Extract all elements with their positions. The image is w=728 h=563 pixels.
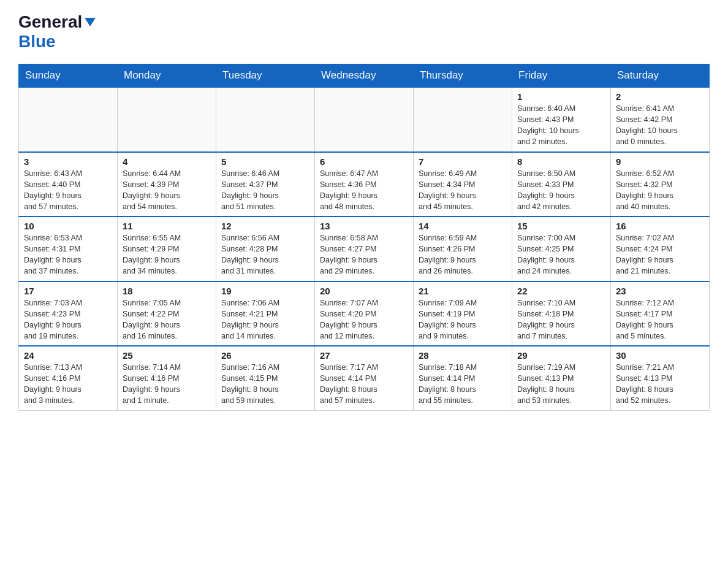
day-info: Sunrise: 6:46 AMSunset: 4:37 PMDaylight:… <box>221 168 309 213</box>
day-number: 24 <box>24 350 112 361</box>
day-info: Sunrise: 7:10 AMSunset: 4:18 PMDaylight:… <box>517 297 605 342</box>
day-info: Sunrise: 7:16 AMSunset: 4:15 PMDaylight:… <box>221 362 309 407</box>
day-info: Sunrise: 7:12 AMSunset: 4:17 PMDaylight:… <box>616 297 704 342</box>
calendar-cell <box>315 87 414 152</box>
day-number: 5 <box>221 156 309 167</box>
logo-general-text: General <box>18 12 82 32</box>
week-row: 24Sunrise: 7:13 AMSunset: 4:16 PMDayligh… <box>19 346 710 410</box>
day-info: Sunrise: 7:18 AMSunset: 4:14 PMDaylight:… <box>419 362 507 407</box>
day-number: 30 <box>616 350 704 361</box>
day-info: Sunrise: 6:40 AMSunset: 4:43 PMDaylight:… <box>517 103 605 148</box>
calendar-cell: 1Sunrise: 6:40 AMSunset: 4:43 PMDaylight… <box>512 87 611 152</box>
day-info: Sunrise: 6:47 AMSunset: 4:36 PMDaylight:… <box>320 168 408 213</box>
calendar-cell: 16Sunrise: 7:02 AMSunset: 4:24 PMDayligh… <box>611 216 710 282</box>
day-info: Sunrise: 7:07 AMSunset: 4:20 PMDaylight:… <box>320 297 408 342</box>
day-info: Sunrise: 7:02 AMSunset: 4:24 PMDaylight:… <box>616 232 704 277</box>
day-info: Sunrise: 6:41 AMSunset: 4:42 PMDaylight:… <box>616 103 704 148</box>
calendar-cell: 8Sunrise: 6:50 AMSunset: 4:33 PMDaylight… <box>512 152 611 217</box>
calendar-cell: 2Sunrise: 6:41 AMSunset: 4:42 PMDaylight… <box>611 87 710 152</box>
day-info: Sunrise: 6:52 AMSunset: 4:32 PMDaylight:… <box>616 168 704 213</box>
weekday-header-tuesday: Tuesday <box>216 64 315 88</box>
day-info: Sunrise: 6:43 AMSunset: 4:40 PMDaylight:… <box>24 168 112 213</box>
day-info: Sunrise: 7:21 AMSunset: 4:13 PMDaylight:… <box>616 362 704 407</box>
calendar-table: SundayMondayTuesdayWednesdayThursdayFrid… <box>18 64 710 411</box>
page-header: General Blue <box>18 12 710 52</box>
day-number: 29 <box>517 350 605 361</box>
day-info: Sunrise: 6:44 AMSunset: 4:39 PMDaylight:… <box>123 168 211 213</box>
calendar-cell: 6Sunrise: 6:47 AMSunset: 4:36 PMDaylight… <box>315 152 414 217</box>
day-number: 3 <box>24 156 112 167</box>
day-info: Sunrise: 7:06 AMSunset: 4:21 PMDaylight:… <box>221 297 309 342</box>
calendar-cell: 19Sunrise: 7:06 AMSunset: 4:21 PMDayligh… <box>216 282 315 347</box>
day-number: 10 <box>24 221 112 231</box>
day-number: 25 <box>123 350 211 361</box>
week-row: 3Sunrise: 6:43 AMSunset: 4:40 PMDaylight… <box>19 152 710 217</box>
day-number: 4 <box>123 156 211 167</box>
day-info: Sunrise: 7:03 AMSunset: 4:23 PMDaylight:… <box>24 297 112 342</box>
calendar-cell: 10Sunrise: 6:53 AMSunset: 4:31 PMDayligh… <box>19 216 118 282</box>
day-info: Sunrise: 7:13 AMSunset: 4:16 PMDaylight:… <box>24 362 112 407</box>
weekday-header-saturday: Saturday <box>611 64 710 88</box>
day-number: 26 <box>221 350 309 361</box>
calendar-cell: 22Sunrise: 7:10 AMSunset: 4:18 PMDayligh… <box>512 282 611 347</box>
calendar-cell: 29Sunrise: 7:19 AMSunset: 4:13 PMDayligh… <box>512 346 611 410</box>
day-number: 7 <box>419 156 507 167</box>
calendar-cell: 26Sunrise: 7:16 AMSunset: 4:15 PMDayligh… <box>216 346 315 410</box>
weekday-header-wednesday: Wednesday <box>315 64 414 88</box>
calendar-cell: 23Sunrise: 7:12 AMSunset: 4:17 PMDayligh… <box>611 282 710 347</box>
day-info: Sunrise: 7:05 AMSunset: 4:22 PMDaylight:… <box>123 297 211 342</box>
day-number: 17 <box>24 286 112 296</box>
weekday-header-friday: Friday <box>512 64 611 88</box>
calendar-cell: 14Sunrise: 6:59 AMSunset: 4:26 PMDayligh… <box>414 216 512 282</box>
calendar-cell <box>414 87 512 152</box>
day-number: 22 <box>517 286 605 296</box>
day-info: Sunrise: 7:19 AMSunset: 4:13 PMDaylight:… <box>517 362 605 407</box>
calendar-cell: 20Sunrise: 7:07 AMSunset: 4:20 PMDayligh… <box>315 282 414 347</box>
day-number: 9 <box>616 156 704 167</box>
calendar-cell <box>19 87 118 152</box>
calendar-cell: 4Sunrise: 6:44 AMSunset: 4:39 PMDaylight… <box>118 152 216 217</box>
day-number: 12 <box>221 221 309 231</box>
weekday-header-row: SundayMondayTuesdayWednesdayThursdayFrid… <box>19 64 710 88</box>
day-number: 18 <box>123 286 211 296</box>
day-info: Sunrise: 6:55 AMSunset: 4:29 PMDaylight:… <box>123 232 211 277</box>
day-number: 21 <box>419 286 507 296</box>
week-row: 1Sunrise: 6:40 AMSunset: 4:43 PMDaylight… <box>19 87 710 152</box>
calendar-cell: 21Sunrise: 7:09 AMSunset: 4:19 PMDayligh… <box>414 282 512 347</box>
day-info: Sunrise: 7:17 AMSunset: 4:14 PMDaylight:… <box>320 362 408 407</box>
calendar-cell: 17Sunrise: 7:03 AMSunset: 4:23 PMDayligh… <box>19 282 118 347</box>
calendar-cell: 24Sunrise: 7:13 AMSunset: 4:16 PMDayligh… <box>19 346 118 410</box>
week-row: 17Sunrise: 7:03 AMSunset: 4:23 PMDayligh… <box>19 282 710 347</box>
day-info: Sunrise: 6:50 AMSunset: 4:33 PMDaylight:… <box>517 168 605 213</box>
calendar-cell: 7Sunrise: 6:49 AMSunset: 4:34 PMDaylight… <box>414 152 512 217</box>
day-info: Sunrise: 6:56 AMSunset: 4:28 PMDaylight:… <box>221 232 309 277</box>
calendar-cell: 13Sunrise: 6:58 AMSunset: 4:27 PMDayligh… <box>315 216 414 282</box>
day-info: Sunrise: 7:09 AMSunset: 4:19 PMDaylight:… <box>419 297 507 342</box>
day-number: 6 <box>320 156 408 167</box>
day-info: Sunrise: 6:59 AMSunset: 4:26 PMDaylight:… <box>419 232 507 277</box>
day-number: 23 <box>616 286 704 296</box>
day-number: 14 <box>419 221 507 231</box>
day-info: Sunrise: 6:53 AMSunset: 4:31 PMDaylight:… <box>24 232 112 277</box>
day-number: 28 <box>419 350 507 361</box>
day-number: 13 <box>320 221 408 231</box>
calendar-cell: 5Sunrise: 6:46 AMSunset: 4:37 PMDaylight… <box>216 152 315 217</box>
day-number: 19 <box>221 286 309 296</box>
day-number: 16 <box>616 221 704 231</box>
day-number: 2 <box>616 91 704 102</box>
svg-marker-0 <box>85 18 96 26</box>
day-number: 27 <box>320 350 408 361</box>
calendar-cell: 27Sunrise: 7:17 AMSunset: 4:14 PMDayligh… <box>315 346 414 410</box>
day-number: 1 <box>517 91 605 102</box>
calendar-cell <box>118 87 216 152</box>
calendar-cell: 18Sunrise: 7:05 AMSunset: 4:22 PMDayligh… <box>118 282 216 347</box>
week-row: 10Sunrise: 6:53 AMSunset: 4:31 PMDayligh… <box>19 216 710 282</box>
calendar-cell: 25Sunrise: 7:14 AMSunset: 4:16 PMDayligh… <box>118 346 216 410</box>
calendar-cell: 12Sunrise: 6:56 AMSunset: 4:28 PMDayligh… <box>216 216 315 282</box>
calendar-cell: 11Sunrise: 6:55 AMSunset: 4:29 PMDayligh… <box>118 216 216 282</box>
day-info: Sunrise: 6:58 AMSunset: 4:27 PMDaylight:… <box>320 232 408 277</box>
day-number: 8 <box>517 156 605 167</box>
day-number: 15 <box>517 221 605 231</box>
calendar-cell: 3Sunrise: 6:43 AMSunset: 4:40 PMDaylight… <box>19 152 118 217</box>
weekday-header-sunday: Sunday <box>19 64 118 88</box>
